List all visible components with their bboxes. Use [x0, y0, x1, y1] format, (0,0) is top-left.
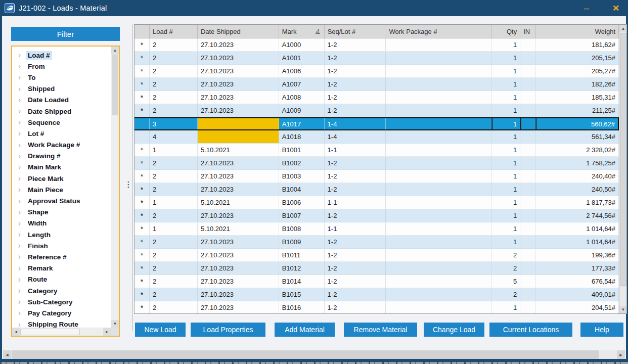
- cell-date[interactable]: 27.10.2023: [198, 209, 279, 222]
- cell-wp[interactable]: [386, 275, 491, 288]
- window-horizontal-scrollbar[interactable]: ◄ ►: [3, 350, 625, 359]
- scroll-right-icon[interactable]: ►: [617, 350, 625, 359]
- table-row[interactable]: *227.10.2023B10121-22177,33#: [134, 262, 619, 275]
- filter-tree-horizontal-scrollbar[interactable]: ◄ ►: [12, 328, 111, 336]
- cell-in[interactable]: [520, 52, 535, 64]
- filter-tree-item-remark[interactable]: ›Remark: [12, 263, 111, 274]
- cell-date[interactable]: [198, 130, 279, 143]
- cell-date[interactable]: 5.10.2021: [198, 144, 279, 156]
- cell-seq[interactable]: 1-2: [325, 249, 386, 261]
- cell-in[interactable]: [520, 288, 535, 301]
- cell-seq[interactable]: 1-4: [325, 130, 386, 143]
- cell-qty[interactable]: 1: [491, 144, 520, 156]
- cell-in[interactable]: [520, 78, 535, 90]
- cell-mark[interactable]: B1002: [279, 157, 325, 169]
- cell-in[interactable]: [520, 209, 535, 222]
- table-row[interactable]: *227.10.2023B10151-22409,01#: [134, 288, 619, 301]
- cell-marker[interactable]: *: [134, 104, 150, 117]
- cell-date[interactable]: 27.10.2023: [198, 91, 279, 104]
- cell-load[interactable]: 2: [150, 65, 198, 77]
- cell-weight[interactable]: 185,31#: [535, 91, 619, 104]
- panel-splitter-handle[interactable]: ⋮: [125, 178, 132, 191]
- cell-date[interactable]: 5.10.2021: [198, 222, 279, 235]
- cell-load[interactable]: 2: [150, 104, 198, 117]
- cell-in[interactable]: [520, 65, 535, 77]
- filter-tree-item-approval-status[interactable]: ›Approval Status: [12, 195, 111, 206]
- filter-tree-item-sequence[interactable]: ›Sequence: [12, 117, 111, 128]
- cell-mark[interactable]: A1018: [279, 130, 325, 143]
- expand-chevron-icon[interactable]: ›: [16, 197, 23, 205]
- cell-marker[interactable]: *: [134, 170, 150, 183]
- cell-wp[interactable]: [386, 38, 491, 51]
- expand-chevron-icon[interactable]: ›: [16, 62, 23, 70]
- cell-in[interactable]: [520, 144, 535, 156]
- cell-wp[interactable]: [386, 249, 491, 261]
- cell-wp[interactable]: [386, 104, 491, 117]
- cell-marker[interactable]: *: [134, 275, 150, 288]
- cell-weight[interactable]: 1 014,64#: [535, 222, 619, 235]
- cell-qty[interactable]: 1: [491, 183, 520, 196]
- cell-date[interactable]: [198, 118, 279, 129]
- scroll-left-icon[interactable]: ◄: [12, 328, 20, 336]
- cell-wp[interactable]: [386, 52, 491, 64]
- cell-date[interactable]: 27.10.2023: [198, 183, 279, 196]
- cell-load[interactable]: 2: [150, 157, 198, 169]
- cell-wp[interactable]: [386, 183, 491, 196]
- cell-marker[interactable]: *: [134, 91, 150, 104]
- expand-chevron-icon[interactable]: ›: [16, 174, 23, 183]
- table-row[interactable]: *227.10.2023B10041-21240,50#: [134, 183, 619, 196]
- column-header-marker[interactable]: [134, 25, 150, 38]
- expand-chevron-icon[interactable]: ›: [16, 208, 23, 216]
- filter-tree-item-width[interactable]: ›Width: [12, 218, 111, 229]
- cell-wp[interactable]: [386, 170, 491, 183]
- cell-marker[interactable]: *: [134, 249, 150, 261]
- cell-marker[interactable]: [134, 118, 150, 129]
- cell-seq[interactable]: 1-2: [325, 275, 386, 288]
- cell-marker[interactable]: *: [134, 78, 150, 90]
- cell-in[interactable]: [520, 104, 535, 117]
- cell-seq[interactable]: 1-2: [325, 38, 386, 51]
- filter-tree-item-length[interactable]: ›Length: [12, 229, 111, 240]
- cell-marker[interactable]: *: [134, 209, 150, 222]
- cell-qty[interactable]: 1: [491, 130, 520, 143]
- remove-material-button[interactable]: Remove Material: [344, 323, 417, 337]
- cell-marker[interactable]: *: [134, 157, 150, 169]
- cell-seq[interactable]: 1-1: [325, 196, 386, 209]
- expand-chevron-icon[interactable]: ›: [16, 276, 23, 284]
- column-header-qty[interactable]: Qty: [491, 25, 520, 38]
- cell-weight[interactable]: 240,50#: [535, 183, 619, 196]
- column-header-seq-lot[interactable]: Seq/Lot #: [325, 25, 386, 38]
- cell-seq[interactable]: 1-2: [325, 209, 386, 222]
- current-locations-button[interactable]: Current Locations: [489, 323, 572, 337]
- new-load-button[interactable]: New Load: [135, 323, 186, 337]
- cell-mark[interactable]: B1008: [279, 222, 325, 235]
- cell-load[interactable]: 2: [150, 91, 198, 104]
- expand-chevron-icon[interactable]: ›: [16, 152, 23, 160]
- cell-marker[interactable]: *: [134, 65, 150, 77]
- filter-tree-item-route[interactable]: ›Route: [12, 274, 111, 285]
- cell-qty[interactable]: 1: [491, 65, 520, 77]
- cell-seq[interactable]: 1-2: [325, 262, 386, 275]
- cell-qty[interactable]: 2: [491, 262, 520, 275]
- cell-mark[interactable]: B1016: [279, 301, 325, 313]
- cell-mark[interactable]: B1014: [279, 275, 325, 288]
- expand-chevron-icon[interactable]: ›: [16, 253, 23, 261]
- cell-in[interactable]: [520, 130, 535, 143]
- cell-seq[interactable]: 1-2: [325, 183, 386, 196]
- cell-seq[interactable]: 1-2: [325, 301, 386, 313]
- expand-chevron-icon[interactable]: ›: [16, 118, 23, 126]
- cell-wp[interactable]: [386, 144, 491, 156]
- cell-load[interactable]: 3: [150, 118, 198, 129]
- cell-marker[interactable]: *: [134, 183, 150, 196]
- cell-load[interactable]: 2: [150, 170, 198, 183]
- cell-seq[interactable]: 1-2: [325, 288, 386, 301]
- cell-wp[interactable]: [386, 65, 491, 77]
- cell-in[interactable]: [520, 118, 535, 129]
- scroll-left-icon[interactable]: ◄: [3, 350, 11, 359]
- scrollbar-thumb[interactable]: [620, 33, 626, 286]
- cell-qty[interactable]: 5: [491, 275, 520, 288]
- cell-qty[interactable]: 2: [491, 288, 520, 301]
- table-row[interactable]: *227.10.2023A10061-21205,27#: [134, 65, 619, 78]
- cell-mark[interactable]: B1007: [279, 209, 325, 222]
- filter-tree-item-to[interactable]: ›To: [12, 72, 111, 83]
